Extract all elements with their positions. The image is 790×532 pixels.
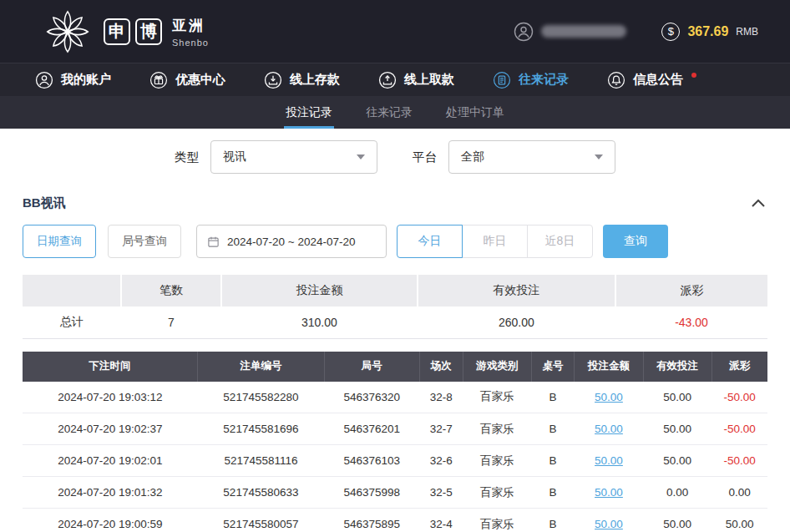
quick-date-group: 今日 昨日 近8日 bbox=[397, 225, 593, 258]
record-cell-order-id: 521745580057 bbox=[198, 509, 325, 532]
summary-cell: 总计 bbox=[23, 307, 121, 338]
top-header: 申 博 亚洲 Shenbo $ bbox=[0, 0, 790, 63]
record-cell-game: 百家乐 bbox=[463, 477, 531, 509]
record-cell-session: 32-7 bbox=[419, 413, 463, 445]
record-row: 2024-07-20 19:01:32521745580633546375998… bbox=[23, 477, 767, 509]
records-header-cell: 投注金额 bbox=[575, 352, 643, 382]
record-cell-bet: 50.00 bbox=[575, 382, 643, 413]
tab-bet-records[interactable]: 投注记录 bbox=[284, 96, 334, 129]
lotus-logo-icon bbox=[43, 8, 92, 56]
record-cell-bet: 50.00 bbox=[575, 445, 643, 477]
collapse-section-button[interactable] bbox=[749, 197, 767, 210]
dollar-circle-icon: $ bbox=[661, 23, 680, 41]
bet-amount-link[interactable]: 50.00 bbox=[595, 391, 623, 403]
record-cell-round-id: 546376201 bbox=[324, 413, 419, 445]
record-cell-session: 32-5 bbox=[419, 477, 463, 509]
record-cell-time: 2024-07-20 19:02:01 bbox=[23, 445, 198, 477]
bet-amount-link[interactable]: 50.00 bbox=[595, 486, 623, 499]
user-avatar-icon bbox=[514, 22, 534, 42]
summary-cell: 7 bbox=[121, 307, 221, 338]
records-header-cell: 下注时间 bbox=[23, 352, 198, 382]
today-button[interactable]: 今日 bbox=[397, 225, 463, 258]
balance-display[interactable]: $ 367.69 RMB bbox=[661, 23, 758, 41]
record-cell-valid: 50.00 bbox=[643, 445, 712, 477]
platform-filter-label: 平台 bbox=[413, 149, 437, 165]
date-range-value: 2024-07-20 ~ 2024-07-20 bbox=[227, 236, 356, 248]
summary-table: 笔数投注金额有效投注派彩 总计7310.00260.00-43.00 bbox=[23, 275, 767, 339]
query-controls: 日期查询 局号查询 2024-07-20 ~ 2024-07-20 今日 昨日 … bbox=[23, 225, 767, 258]
record-cell-time: 2024-07-20 19:02:37 bbox=[23, 413, 198, 445]
record-row: 2024-07-20 19:02:01521745581116546376103… bbox=[23, 445, 767, 477]
records-table: 下注时间注单编号局号场次游戏类别桌号投注金额有效投注派彩 2024-07-20 … bbox=[23, 352, 767, 532]
platform-select[interactable]: 全部 bbox=[448, 140, 615, 174]
summary-cell: 310.00 bbox=[221, 307, 418, 338]
record-row: 2024-07-20 19:00:59521745580057546375895… bbox=[23, 509, 767, 532]
record-cell-payout: 50.00 bbox=[712, 509, 767, 532]
type-filter-label: 类型 bbox=[175, 149, 199, 165]
record-cell-order-id: 521745581116 bbox=[198, 445, 325, 477]
record-cell-game: 百家乐 bbox=[463, 413, 531, 445]
summary-cell: 260.00 bbox=[418, 307, 615, 338]
record-cell-round-id: 546376320 bbox=[324, 382, 419, 413]
summary-header-cell: 笔数 bbox=[121, 275, 221, 307]
summary-header-cell: 有效投注 bbox=[418, 275, 615, 307]
tab-transaction-records[interactable]: 往来记录 bbox=[364, 96, 414, 129]
summary-header-cell bbox=[23, 275, 121, 307]
announcements-icon bbox=[607, 71, 625, 89]
search-button[interactable]: 查询 bbox=[603, 225, 668, 258]
brand-logo[interactable]: 申 博 亚洲 Shenbo bbox=[43, 8, 209, 56]
record-row: 2024-07-20 19:03:12521745582280546376320… bbox=[23, 382, 767, 413]
records-header-cell: 注单编号 bbox=[198, 352, 325, 382]
record-cell-time: 2024-07-20 19:03:12 bbox=[23, 382, 198, 413]
bet-amount-link[interactable]: 50.00 bbox=[595, 454, 623, 467]
yesterday-button[interactable]: 昨日 bbox=[462, 225, 528, 258]
last-8-days-button[interactable]: 近8日 bbox=[527, 225, 593, 258]
summary-header-cell: 投注金额 bbox=[221, 275, 418, 307]
brand-char-bo: 博 bbox=[135, 18, 162, 45]
tab-pending-orders[interactable]: 处理中订单 bbox=[444, 96, 506, 129]
user-account-chip[interactable] bbox=[514, 22, 626, 42]
date-query-button[interactable]: 日期查询 bbox=[23, 225, 96, 258]
record-cell-bet: 50.00 bbox=[575, 509, 643, 532]
balance-amount: 367.69 bbox=[687, 24, 728, 39]
nav-item-deposit[interactable]: 线上存款 bbox=[264, 71, 340, 89]
records-header-cell: 局号 bbox=[324, 352, 419, 382]
record-cell-payout: -50.00 bbox=[712, 382, 767, 413]
record-cell-order-id: 521745580633 bbox=[198, 477, 325, 509]
type-select-value: 视讯 bbox=[223, 149, 246, 165]
type-select[interactable]: 视讯 bbox=[210, 140, 377, 174]
date-range-input[interactable]: 2024-07-20 ~ 2024-07-20 bbox=[196, 225, 387, 258]
nav-item-promotions[interactable]: 优惠中心 bbox=[149, 71, 225, 89]
nav-item-announcements[interactable]: 信息公告 bbox=[607, 71, 696, 89]
platform-select-value: 全部 bbox=[461, 149, 484, 165]
records-header-cell: 桌号 bbox=[531, 352, 575, 382]
nav-label: 优惠中心 bbox=[175, 72, 225, 88]
content-area: 类型 视讯 平台 全部 BB视讯 日期查询 局号查询 bbox=[0, 140, 790, 532]
filter-row: 类型 视讯 平台 全部 bbox=[23, 140, 767, 174]
nav-item-withdrawal[interactable]: 线上取款 bbox=[378, 71, 454, 89]
record-cell-order-id: 521745581696 bbox=[198, 413, 325, 445]
deposit-icon bbox=[264, 71, 282, 89]
round-query-button[interactable]: 局号查询 bbox=[108, 225, 181, 258]
summary-total-row: 总计7310.00260.00-43.00 bbox=[23, 307, 767, 338]
nav-item-my-account[interactable]: 我的账户 bbox=[35, 71, 111, 89]
record-cell-session: 32-6 bbox=[419, 445, 463, 477]
brand-region: 亚洲 bbox=[172, 16, 209, 35]
brand-char-shen: 申 bbox=[104, 18, 130, 45]
section-title: BB视讯 bbox=[23, 195, 66, 211]
record-cell-round-id: 546376103 bbox=[324, 445, 419, 477]
bet-amount-link[interactable]: 50.00 bbox=[595, 518, 623, 530]
calendar-icon bbox=[207, 236, 220, 248]
nav-item-records[interactable]: 往来记录 bbox=[493, 71, 569, 89]
record-cell-valid: 50.00 bbox=[643, 382, 712, 413]
records-icon bbox=[493, 71, 511, 89]
record-cell-bet: 50.00 bbox=[575, 477, 643, 509]
bet-amount-link[interactable]: 50.00 bbox=[595, 423, 623, 435]
balance-currency: RMB bbox=[736, 26, 758, 38]
record-cell-table: B bbox=[531, 477, 575, 509]
username-blurred bbox=[541, 25, 626, 38]
record-cell-payout: 0.00 bbox=[712, 477, 767, 509]
record-cell-game: 百家乐 bbox=[463, 509, 531, 532]
nav-label: 往来记录 bbox=[519, 72, 569, 88]
notification-dot bbox=[691, 73, 696, 78]
